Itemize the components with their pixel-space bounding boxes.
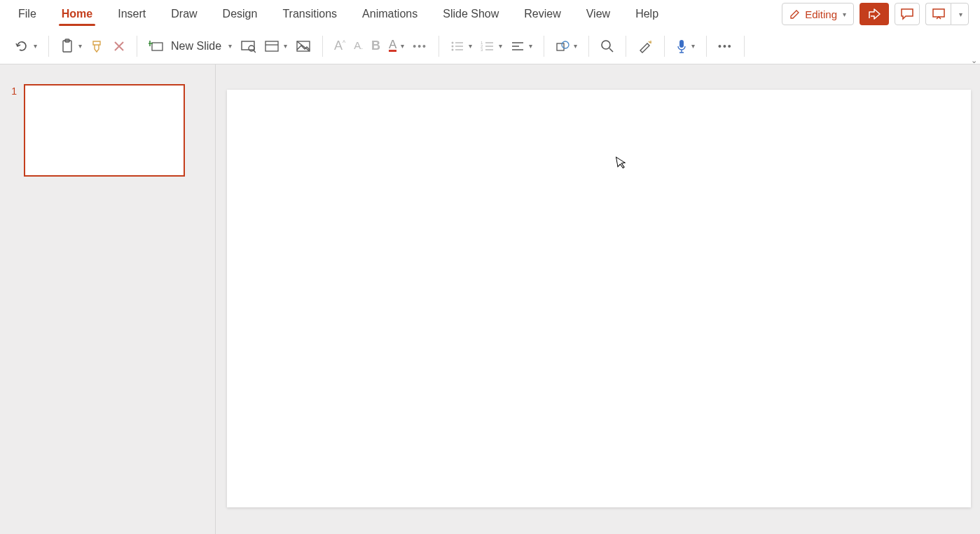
more-font-button[interactable]: ••• (408, 38, 432, 55)
ribbon-tabs: File Home Insert Draw Design Transitions… (0, 0, 980, 28)
delete-button[interactable] (109, 37, 130, 55)
tab-slideshow[interactable]: Slide Show (430, 0, 511, 28)
chevron-down-icon: ▾ (228, 42, 232, 50)
comments-button[interactable] (895, 3, 920, 25)
new-slide-label: New Slide (171, 40, 221, 53)
slide-thumbnails-panel: 1 (0, 64, 216, 534)
chevron-down-icon: ▾ (34, 42, 37, 50)
slide-number: 1 (6, 84, 17, 97)
format-painter-icon (90, 39, 104, 53)
present-button[interactable] (925, 3, 951, 25)
editing-mode-button[interactable]: Editing ▾ (782, 3, 854, 25)
separator (664, 36, 665, 57)
undo-button[interactable]: ▾ (10, 36, 41, 56)
layout-button[interactable]: ▾ (260, 37, 291, 55)
chevron-down-icon: ▾ (284, 42, 287, 50)
separator (588, 36, 589, 57)
svg-point-9 (452, 41, 454, 43)
svg-line-27 (609, 48, 613, 52)
decrease-font-button[interactable]: Aˇ (350, 36, 367, 56)
tab-review[interactable]: Review (511, 0, 573, 28)
font-decrease-icon: Aˇ (354, 39, 363, 53)
tab-transitions[interactable]: Transitions (270, 0, 350, 28)
share-button[interactable] (860, 3, 889, 25)
format-painter-button[interactable] (86, 36, 109, 56)
svg-rect-6 (265, 41, 278, 51)
chevron-down-icon: ▾ (691, 42, 695, 50)
present-icon (932, 8, 946, 20)
align-icon (511, 41, 525, 52)
font-color-icon: A (389, 40, 396, 52)
new-slide-icon (149, 39, 164, 53)
chevron-down-icon: ▾ (401, 42, 404, 50)
chevron-down-icon: ▾ (843, 11, 846, 18)
bullets-icon (450, 41, 464, 52)
chevron-down-icon: ▾ (469, 42, 472, 50)
clipboard-icon (60, 39, 74, 54)
bullets-button[interactable]: ▾ (446, 38, 476, 55)
pencil-icon (789, 8, 801, 20)
tab-file[interactable]: File (6, 0, 49, 28)
bold-icon: B (371, 39, 380, 53)
slide-thumbnail-1[interactable] (24, 84, 185, 177)
new-slide-button[interactable]: New Slide ▾ (144, 36, 236, 56)
dictate-button[interactable]: ▾ (672, 36, 699, 57)
tab-insert[interactable]: Insert (105, 0, 158, 28)
increase-font-button[interactable]: A^ (330, 36, 350, 56)
tab-design[interactable]: Design (210, 0, 270, 28)
tab-draw[interactable]: Draw (158, 0, 209, 28)
separator (544, 36, 544, 57)
search-icon (600, 39, 614, 53)
svg-point-26 (602, 41, 610, 49)
svg-point-5 (249, 46, 254, 51)
svg-point-11 (452, 45, 454, 47)
tab-view[interactable]: View (574, 0, 623, 28)
numbering-icon: 123 (481, 41, 495, 52)
picture-format-button[interactable] (291, 37, 315, 55)
shapes-button[interactable]: ▾ (551, 36, 581, 56)
font-color-button[interactable]: A ▾ (385, 37, 408, 55)
slide-canvas[interactable] (227, 90, 971, 507)
svg-point-25 (562, 41, 569, 48)
more-icon: ••• (413, 41, 427, 52)
tab-home[interactable]: Home (49, 0, 105, 28)
comment-icon (900, 8, 914, 20)
microphone-icon (676, 39, 687, 54)
thumbnail-row: 1 (6, 84, 215, 177)
numbering-button[interactable]: 123 ▾ (476, 38, 506, 55)
chevron-down-icon: ⌄ (971, 56, 977, 64)
find-button[interactable] (596, 36, 619, 56)
workspace: 1 (0, 64, 980, 534)
undo-icon (14, 39, 29, 53)
separator (137, 36, 137, 57)
editing-label: Editing (805, 8, 837, 20)
designer-button[interactable] (633, 36, 657, 56)
delete-x-icon (113, 40, 125, 53)
separator (706, 36, 707, 57)
picture-icon (296, 40, 311, 53)
home-toolbar: ▾ ▾ New Slide ▾ ▾ A^ Aˇ B A ▾ ••• (0, 28, 980, 64)
separator (744, 36, 745, 57)
tab-animations[interactable]: Animations (350, 0, 430, 28)
svg-point-13 (452, 48, 454, 50)
present-split-button: ▾ (925, 3, 969, 25)
font-increase-icon: A^ (334, 39, 345, 53)
svg-text:3: 3 (481, 48, 483, 52)
layout-icon (264, 40, 279, 53)
more-commands-button[interactable]: ••• (714, 38, 737, 55)
tab-help[interactable]: Help (623, 0, 671, 28)
align-button[interactable]: ▾ (506, 38, 537, 55)
chevron-down-icon: ▾ (499, 42, 502, 50)
separator (626, 36, 626, 57)
display-settings-button[interactable] (236, 36, 260, 56)
separator (439, 36, 439, 57)
svg-rect-3 (152, 43, 163, 50)
chevron-down-icon: ▾ (574, 42, 577, 50)
bold-button[interactable]: B (367, 36, 385, 56)
svg-rect-0 (933, 9, 944, 17)
ribbon-right: Editing ▾ ▾ (782, 3, 974, 25)
present-dropdown[interactable]: ▾ (951, 3, 969, 25)
paste-button[interactable]: ▾ (56, 36, 86, 57)
shapes-icon (555, 39, 570, 53)
more-icon: ••• (718, 41, 733, 52)
